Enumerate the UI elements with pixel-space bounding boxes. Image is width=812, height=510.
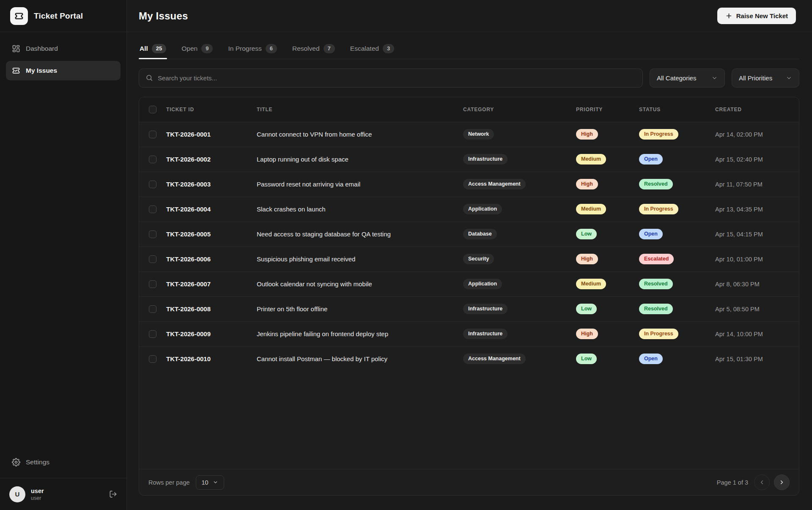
category-filter-dropdown[interactable]: All Categories (650, 69, 725, 88)
ticket-id-cell: TKT-2026-0003 (166, 181, 257, 188)
created-date-cell: Apr 15, 02:40 PM (715, 156, 799, 163)
tab-in-progress[interactable]: In Progress 6 (227, 41, 278, 59)
priority-badge: Medium (576, 154, 606, 165)
ticket-id-cell: TKT-2026-0006 (166, 255, 257, 263)
priority-badge: High (576, 129, 598, 140)
tab-label: Escalated (350, 45, 379, 52)
tab-all[interactable]: All 25 (139, 41, 167, 59)
previous-page-button[interactable] (754, 474, 770, 490)
row-checkbox[interactable] (149, 305, 156, 313)
category-badge: Application (463, 204, 502, 215)
table-row[interactable]: TKT-2026-0008 Printer on 5th floor offli… (139, 296, 799, 321)
ticket-title-cell: Printer on 5th floor offline (257, 305, 463, 313)
rows-per-page-control: Rows per page 10 (148, 475, 224, 490)
row-checkbox[interactable] (149, 280, 156, 288)
category-badge: Application (463, 279, 502, 290)
table-row[interactable]: TKT-2026-0009 Jenkins pipeline failing o… (139, 321, 799, 346)
tab-label: Open (181, 45, 198, 52)
tab-open[interactable]: Open 9 (181, 41, 214, 59)
category-badge: Infrastructure (463, 154, 508, 165)
table-row[interactable]: TKT-2026-0010 Cannot install Postman — b… (139, 346, 799, 371)
status-badge: Escalated (639, 254, 674, 265)
category-badge: Database (463, 229, 497, 240)
sidebar-item-dashboard[interactable]: Dashboard (6, 39, 121, 58)
row-checkbox[interactable] (149, 206, 156, 213)
user-name: user (31, 488, 104, 494)
ticket-title-cell: Laptop running out of disk space (257, 156, 463, 163)
created-date-cell: Apr 13, 04:35 PM (715, 206, 799, 213)
ticket-title-cell: Password reset not arriving via email (257, 181, 463, 188)
column-header-category: Category (463, 107, 576, 112)
priority-badge: Low (576, 304, 597, 315)
ticket-id-cell: TKT-2026-0007 (166, 280, 257, 288)
table-body: TKT-2026-0001 Cannot connect to VPN from… (139, 122, 799, 371)
next-page-button[interactable] (774, 474, 790, 490)
sidebar-item-settings[interactable]: Settings (6, 452, 121, 472)
rows-per-page-label: Rows per page (148, 479, 190, 486)
search-input[interactable] (158, 74, 636, 82)
table-row[interactable]: TKT-2026-0006 Suspicious phishing email … (139, 247, 799, 271)
column-header-status: Status (639, 107, 715, 112)
category-badge: Infrastructure (463, 329, 508, 340)
priority-filter-dropdown[interactable]: All Priorities (732, 69, 799, 88)
tab-count-badge: 25 (152, 44, 166, 53)
row-checkbox[interactable] (149, 355, 156, 363)
avatar: U (9, 486, 25, 502)
status-badge: Open (639, 229, 663, 240)
tab-label: In Progress (228, 45, 261, 52)
tab-resolved[interactable]: Resolved 7 (291, 41, 336, 59)
logout-button[interactable] (109, 490, 117, 498)
rows-per-page-select[interactable]: 10 (196, 475, 224, 490)
row-checkbox[interactable] (149, 330, 156, 338)
table-footer: Rows per page 10 Page 1 of 3 (139, 469, 799, 495)
select-all-checkbox[interactable] (149, 106, 156, 113)
row-checkbox[interactable] (149, 131, 156, 138)
status-badge: Resolved (639, 179, 673, 190)
tab-escalated[interactable]: Escalated 3 (349, 41, 395, 59)
column-header-ticket-id: Ticket ID (166, 107, 257, 112)
priority-badge: Medium (576, 279, 606, 290)
category-badge: Network (463, 129, 494, 140)
category-badge: Access Management (463, 354, 526, 365)
priority-badge: High (576, 179, 598, 190)
chevron-down-icon (213, 480, 218, 485)
sidebar-header: Ticket Portal (0, 0, 126, 32)
ticket-title-cell: Suspicious phishing email received (257, 255, 463, 263)
category-badge: Infrastructure (463, 304, 508, 315)
priority-filter-value: All Priorities (739, 74, 772, 82)
ticket-icon (12, 66, 20, 75)
table-row[interactable]: TKT-2026-0001 Cannot connect to VPN from… (139, 122, 799, 147)
status-tabs: All 25 Open 9 In Progress 6 Resolved 7 E… (139, 41, 799, 59)
row-checkbox[interactable] (149, 156, 156, 163)
table-row[interactable]: TKT-2026-0002 Laptop running out of disk… (139, 147, 799, 172)
ticket-title-cell: Jenkins pipeline failing on frontend dep… (257, 330, 463, 337)
sidebar-item-my-issues[interactable]: My Issues (6, 61, 121, 80)
tab-label: Resolved (292, 45, 320, 52)
table-row[interactable]: TKT-2026-0005 Need access to staging dat… (139, 222, 799, 247)
table-header-row: Ticket ID Title Category Priority Status… (139, 97, 799, 122)
row-checkbox[interactable] (149, 230, 156, 238)
created-date-cell: Apr 14, 02:00 PM (715, 131, 799, 138)
sidebar-item-label: Settings (26, 458, 49, 466)
rows-per-page-value: 10 (202, 479, 208, 486)
ticket-id-cell: TKT-2026-0001 (166, 131, 257, 138)
status-badge: Open (639, 354, 663, 365)
ticket-id-cell: TKT-2026-0002 (166, 156, 257, 163)
row-checkbox[interactable] (149, 255, 156, 263)
chevron-down-icon (786, 75, 792, 81)
main-area: My Issues Raise New Ticket All 25 Open 9… (127, 0, 812, 510)
table-row[interactable]: TKT-2026-0003 Password reset not arrivin… (139, 172, 799, 197)
pagination-controls: Page 1 of 3 (717, 474, 790, 490)
column-header-title: Title (257, 107, 463, 112)
priority-badge: High (576, 329, 598, 340)
chevron-down-icon (711, 75, 718, 81)
table-row[interactable]: TKT-2026-0007 Outlook calendar not synci… (139, 271, 799, 296)
row-checkbox[interactable] (149, 181, 156, 188)
status-badge: In Progress (639, 204, 678, 215)
table-row[interactable]: TKT-2026-0004 Slack crashes on launch Ap… (139, 197, 799, 222)
filters-row: All Categories All Priorities (139, 69, 799, 88)
ticket-id-cell: TKT-2026-0010 (166, 355, 257, 362)
table-empty-space (139, 371, 799, 469)
raise-new-ticket-button[interactable]: Raise New Ticket (717, 8, 796, 24)
ticket-title-cell: Need access to staging database for QA t… (257, 230, 463, 238)
